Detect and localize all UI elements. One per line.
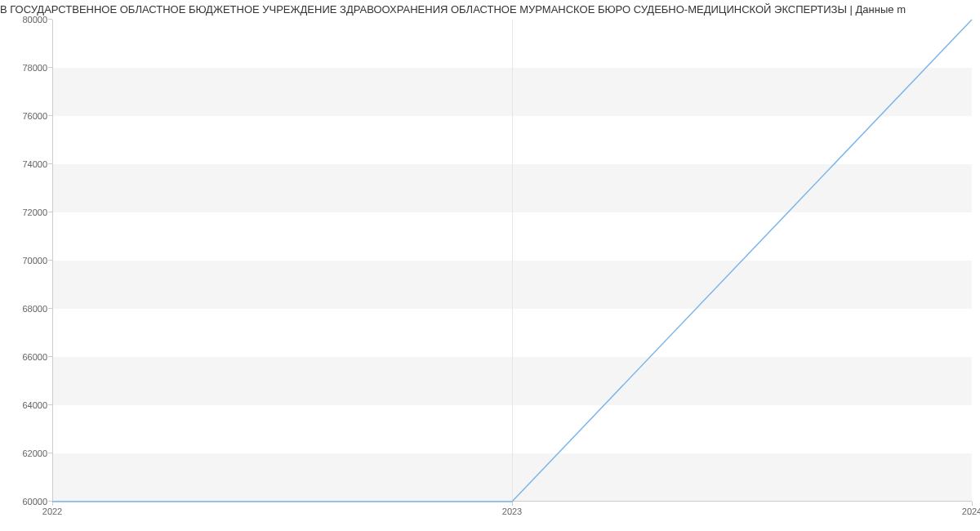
y-tick-label: 66000 [22, 352, 52, 362]
series-line [52, 20, 972, 502]
y-tick-label: 74000 [22, 159, 52, 169]
plot-area: 60000 62000 64000 66000 68000 70000 7200… [52, 20, 972, 502]
chart-container: В ГОСУДАРСТВЕННОЕ ОБЛАСТНОЕ БЮДЖЕТНОЕ УЧ… [0, 0, 980, 531]
chart-title: В ГОСУДАРСТВЕННОЕ ОБЛАСТНОЕ БЮДЖЕТНОЕ УЧ… [0, 0, 980, 16]
line-layer [52, 20, 972, 502]
y-tick-label: 78000 [22, 63, 52, 73]
y-tick-label: 70000 [22, 256, 52, 266]
x-tick-label: 2023 [502, 502, 522, 516]
y-tick-label: 64000 [22, 400, 52, 410]
y-tick-label: 72000 [22, 207, 52, 217]
y-tick-label: 76000 [22, 111, 52, 121]
x-tick-label: 2024 [962, 502, 980, 516]
y-tick-label: 62000 [22, 448, 52, 458]
x-tick-label: 2022 [42, 502, 62, 516]
y-tick-label: 68000 [22, 304, 52, 314]
y-tick-label: 80000 [22, 15, 52, 25]
